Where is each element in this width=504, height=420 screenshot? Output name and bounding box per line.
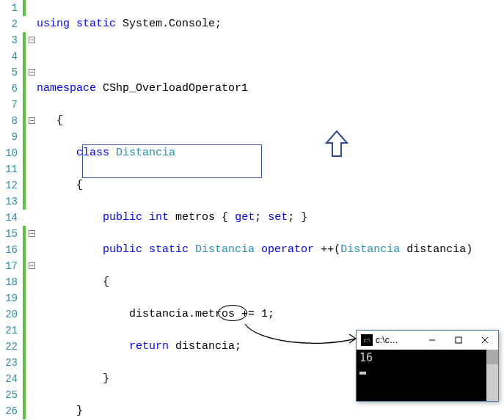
line-number: 25 [0, 387, 18, 403]
line-number: 5 [0, 65, 18, 81]
line-number-gutter: 1 2 3 4 5 6 7 8 9 10 11 12 13 14 15 16 1… [0, 0, 22, 420]
code-line[interactable]: class Distancia [37, 145, 504, 161]
line-number: 12 [0, 177, 18, 194]
line-number: 9 [0, 129, 18, 145]
line-number: 1 [0, 0, 18, 16]
fold-toggle-icon[interactable] [29, 37, 35, 43]
code-line[interactable]: namespace CShp_OverloadOperator1 [37, 81, 504, 97]
minimize-button[interactable] [419, 331, 445, 350]
line-number: 17 [0, 258, 18, 274]
scrollbar-thumb[interactable] [486, 350, 498, 364]
line-number: 18 [0, 274, 18, 290]
console-output-line: 16 [359, 351, 483, 364]
line-number: 21 [0, 323, 18, 339]
line-number: 19 [0, 290, 18, 306]
line-number: 13 [0, 194, 18, 210]
code-line[interactable]: } [37, 403, 504, 419]
fold-toggle-icon[interactable] [29, 262, 35, 269]
maximize-button[interactable] [445, 331, 472, 350]
line-number: 4 [0, 48, 18, 65]
console-app-icon: c:\ [361, 334, 373, 346]
line-number: 8 [0, 113, 18, 129]
console-title: c:\c… [376, 335, 419, 345]
line-number: 6 [0, 81, 18, 97]
console-titlebar[interactable]: c:\ c:\c… [357, 331, 498, 350]
line-number: 22 [0, 339, 18, 355]
line-number: 26 [0, 403, 18, 419]
line-number: 16 [0, 242, 18, 258]
line-number: 11 [0, 161, 18, 177]
line-number: 3 [0, 32, 18, 48]
line-number: 2 [0, 16, 18, 32]
minimize-icon [428, 336, 436, 344]
fold-toggle-icon[interactable] [29, 117, 35, 124]
code-line[interactable] [37, 48, 504, 65]
code-line[interactable]: public static Distancia operator ++(Dist… [37, 242, 504, 258]
code-line[interactable]: using static System.Console; [37, 16, 504, 32]
code-line[interactable]: { [37, 274, 504, 290]
line-number: 15 [0, 226, 18, 242]
code-line[interactable]: { [37, 177, 504, 194]
console-cursor-icon [359, 372, 366, 375]
line-number: 10 [0, 145, 18, 161]
line-number: 14 [0, 210, 18, 226]
maximize-icon [455, 336, 462, 344]
line-number: 24 [0, 371, 18, 387]
code-line[interactable]: public int metros { get; set; } [37, 210, 504, 226]
line-number: 7 [0, 97, 18, 113]
fold-toggle-icon[interactable] [29, 230, 35, 237]
line-number: 20 [0, 306, 18, 323]
console-output[interactable]: 16 [357, 350, 498, 401]
console-window[interactable]: c:\ c:\c… 16 [356, 330, 499, 402]
line-number: 23 [0, 355, 18, 371]
svg-rect-1 [456, 337, 461, 343]
fold-gutter [26, 0, 37, 420]
close-button[interactable] [472, 331, 498, 350]
code-line[interactable]: distancia.metros += 1; [37, 306, 504, 323]
close-icon [481, 336, 489, 344]
code-line[interactable]: { [37, 113, 504, 129]
fold-toggle-icon[interactable] [29, 69, 35, 75]
